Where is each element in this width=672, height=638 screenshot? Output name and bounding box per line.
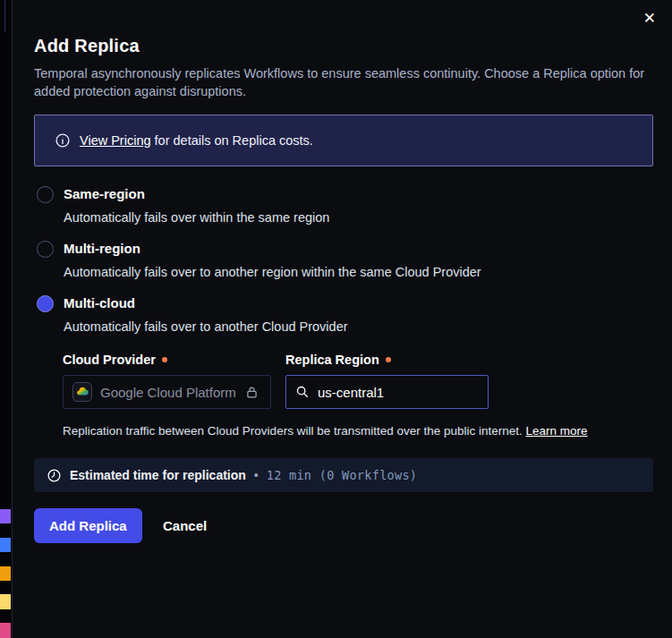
public-internet-note: Replication traffic between Cloud Provid… [63,424,588,438]
option-same-region[interactable]: Same-region Automatically fails over wit… [37,185,329,225]
learn-more-link[interactable]: Learn more [526,424,588,438]
option-label: Same-region [64,185,329,202]
radio-same-region[interactable] [37,186,54,203]
pricing-banner-text: View Pricing for details on Replica cost… [80,133,313,148]
backdrop-divider-line [4,0,5,32]
option-multi-region[interactable]: Multi-region Automatically fails over to… [37,240,481,280]
gcp-logo-icon [72,382,92,402]
info-icon [55,132,71,149]
estimate-banner: Estimated time for replication • 12 min … [34,458,653,492]
add-replica-button[interactable]: Add Replica [34,508,142,543]
modal-description: Temporal asynchronously replicates Workf… [34,64,651,100]
required-dot [386,357,391,362]
backdrop-stripe [0,623,11,638]
page-title: Add Replica [34,36,140,56]
radio-multi-region[interactable] [37,241,54,258]
estimate-separator: • [254,468,259,482]
add-replica-modal: ✕ Add Replica Temporal asynchronously re… [12,0,672,638]
replica-region-label: Replica Region [285,353,391,367]
option-label: Multi-region [64,240,481,257]
cloud-provider-label: Cloud Provider [63,353,167,367]
clock-icon [47,468,62,483]
backdrop-stripe [0,566,11,581]
option-label: Multi-cloud [64,294,348,311]
cloud-provider-value: Google Cloud Platform [100,385,236,400]
backdrop-stripe [0,509,11,523]
replica-region-input[interactable] [318,385,479,400]
option-description: Automatically fails over within the same… [64,210,329,225]
replica-region-combobox[interactable] [285,375,489,409]
estimate-value: 12 min (0 Workflows) [267,468,418,482]
close-button[interactable]: ✕ [638,5,661,31]
view-pricing-link[interactable]: View Pricing [80,133,151,148]
cloud-provider-select[interactable]: Google Cloud Platform [63,375,271,409]
cancel-button[interactable]: Cancel [156,508,214,543]
search-icon [295,385,310,399]
backdrop-stripe [0,538,11,552]
radio-multi-cloud[interactable] [37,295,54,312]
backdrop-stripe [0,594,11,609]
option-multi-cloud[interactable]: Multi-cloud Automatically fails over to … [37,294,348,335]
option-description: Automatically fails over to another Clou… [64,319,348,335]
estimate-label: Estimated time for replication [70,468,246,482]
pricing-banner: View Pricing for details on Replica cost… [34,115,653,166]
required-dot [162,357,167,362]
lock-icon [244,385,259,400]
option-description: Automatically fails over to another regi… [64,265,481,280]
